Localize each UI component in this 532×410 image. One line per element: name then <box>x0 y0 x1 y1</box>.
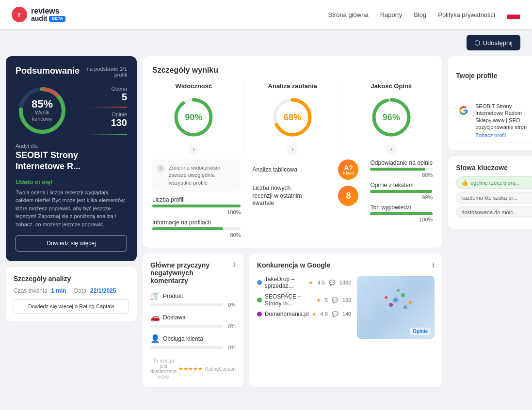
header: r reviews audit BETA Strona główna Rapor… <box>0 0 532 29</box>
new-reviews-row: Liczba nowych recenzji w ostatnim kwarta… <box>252 185 358 207</box>
separator-1 <box>243 82 243 155</box>
service-icon: 👤 <box>150 334 160 343</box>
nav-home[interactable]: Strona główna <box>328 11 369 18</box>
middle-metrics: Analiza tablicowa A? Klasa Liczba nowych… <box>252 159 358 238</box>
service-bar-row: 0% <box>150 345 236 350</box>
nav-reports[interactable]: Raporty <box>380 11 403 18</box>
trust-expand[interactable]: › <box>287 144 298 155</box>
score-details-card: Szczegóły wyniku Widoczność 90% › <box>143 56 442 248</box>
rating-row: Ocena 5 <box>112 86 127 103</box>
competition-list: TakeDrop – sprzedaż... ★ 4.5 💬 1382 SEOS… <box>257 276 351 339</box>
logo-icon: r <box>12 7 27 22</box>
rating-captain-button[interactable]: Dowiedz się więcej o Rating Captain <box>14 299 129 314</box>
ton-fill <box>370 212 433 215</box>
share-button[interactable]: ⬡ Udostępnij <box>467 35 520 50</box>
share-icon: ⬡ <box>474 39 480 47</box>
rating-label: Ocena <box>112 86 127 92</box>
date-label: Data <box>74 287 86 294</box>
success-message: Udało ci się! Twoja ocena i liczba recen… <box>16 178 127 229</box>
quality-expand[interactable]: › <box>386 144 397 155</box>
audit-for-label: Audyt dla <box>16 143 127 149</box>
profiles-card: Twoje profile SEOBIT Strony Internetowe … <box>448 56 532 150</box>
analysis-title: Szczegóły analizy <box>14 275 129 283</box>
rating-1: 5 <box>325 297 328 303</box>
metric-info: Informacje na profilach 80% <box>152 219 241 238</box>
divider-green <box>88 134 127 135</box>
comp-dot-0 <box>257 280 262 285</box>
google-svg <box>459 106 468 115</box>
logo: r reviews audit BETA <box>12 7 65 23</box>
visibility-label: Widoczność <box>152 82 235 90</box>
keyword-icon-0: 👍 <box>461 179 468 186</box>
beta-badge: BETA <box>49 16 65 22</box>
neg-product-header: 🛒 Produkt <box>150 291 236 300</box>
profiles-title: Twoje profile <box>456 72 497 79</box>
rating-captain-name: RatingCaptain <box>205 366 235 372</box>
metric-profiles: Liczba profili 100% <box>152 196 241 215</box>
reviews-label: Opinie <box>111 111 127 117</box>
score-details-title: Szczegóły wyniku <box>152 66 433 75</box>
comp-name-0: TakeDrop – sprzedaż... <box>265 276 306 289</box>
map-label: Opinie <box>410 328 431 335</box>
neg-info-icon[interactable]: ℹ <box>233 261 236 268</box>
keyword-1: każdemu kto szuka pr... <box>456 192 532 204</box>
competition-info-icon[interactable]: ℹ <box>432 262 435 269</box>
main-percent: 85% <box>29 99 56 110</box>
language-flag[interactable] <box>507 10 520 19</box>
profile-name: SEOBIT Strony Internetowe Radom | Sklepy… <box>475 103 532 130</box>
competition-card: Konkurencja w Google ℹ TakeDrop – sprzed… <box>249 253 442 387</box>
competition-title: Konkurencja w Google ℹ <box>257 261 435 269</box>
odpowiadanie-fill <box>370 168 425 171</box>
logo-audit: audit <box>31 15 47 22</box>
profile-metrics: Liczba profili 100% Informacje na profil… <box>152 196 241 238</box>
time-row: Czas trwania 1 min Data 22/1/2025 <box>14 287 129 294</box>
keywords-title: Słowa kluczowe ℹ <box>456 164 532 172</box>
learn-more-button[interactable]: Dowiedz się więcej <box>16 235 127 252</box>
neg-title-text: Główne przyczyny negatywnych komentarzy <box>150 261 229 284</box>
logo-audit-beta: audit BETA <box>31 15 65 22</box>
note-text: Zmienna widoczności zawsze uwzględnia ws… <box>169 164 236 187</box>
reviews-1: 150 <box>342 297 351 303</box>
score-bottom: i Zmienna widoczności zawsze uwzględnia … <box>152 159 433 238</box>
profile-item: SEOBIT Strony Internetowe Radom | Sklepy… <box>456 99 532 142</box>
nav-privacy[interactable]: Polityka prywatności <box>438 11 495 18</box>
tablicowa-row: Analiza tablicowa A? Klasa <box>252 159 358 180</box>
tablicowa-label: Analiza tablicowa <box>252 166 297 173</box>
rating-captain-note: Ta usługa jest dostarczana przez ★★★★★ R… <box>150 358 236 379</box>
ton-value: 100% <box>370 217 433 222</box>
main-content: Podsumowanie na podstawie 1/1 profili 85… <box>0 56 532 393</box>
negative-comments-card: Główne przyczyny negatywnych komentarzy … <box>143 253 243 387</box>
metric-profiles-label: Liczba profili <box>152 196 241 203</box>
rating-0: 4.5 <box>317 280 324 285</box>
profile-info: SEOBIT Strony Internetowe Radom | Sklepy… <box>475 103 532 138</box>
comp-name-2: Domenomania.pl <box>265 311 309 317</box>
product-value: 0% <box>226 302 236 308</box>
visibility-col: Widoczność 90% › <box>152 82 235 155</box>
odpowiadanie-value: 88% <box>370 172 433 178</box>
stars: ★★★★★ <box>178 366 203 372</box>
profile-link[interactable]: Zobacz profil <box>475 132 532 138</box>
comp-dot-2 <box>257 312 262 316</box>
visibility-expand[interactable]: › <box>188 144 199 155</box>
metric-info-value: 80% <box>152 232 241 238</box>
keyword-text-0: ogólnie rzecz biorą... <box>470 180 520 186</box>
keyword-text-1: każdemu kto szuka pr... <box>461 195 517 201</box>
info-icon: i <box>157 165 165 173</box>
trust-donut: 68% <box>271 95 314 139</box>
svg-point-9 <box>393 298 398 302</box>
svg-point-11 <box>389 303 393 307</box>
star-0: ★ <box>308 280 313 286</box>
score-bottom-left: i Zmienna widoczności zawsze uwzględnia … <box>152 159 241 238</box>
comp-stats-0: ★ 4.5 💬 1382 <box>308 280 351 286</box>
quality-label: Jakość Opinii <box>350 82 433 90</box>
share-label: Udostępnij <box>483 39 513 47</box>
success-title: Udało ci się! <box>16 178 127 186</box>
right-sidebar: Twoje profile SEOBIT Strony Internetowe … <box>448 56 532 229</box>
main-label: Wynik końcowy <box>29 110 56 122</box>
nav-blog[interactable]: Blog <box>414 11 426 18</box>
metric-profiles-bar <box>152 205 241 207</box>
neg-service: 👤 Obsługa klienta 0% <box>150 334 236 350</box>
score-columns: Widoczność 90% › Analiza zaufania <box>152 82 433 155</box>
delivery-value: 0% <box>226 323 236 329</box>
tekst-fill <box>370 190 432 193</box>
